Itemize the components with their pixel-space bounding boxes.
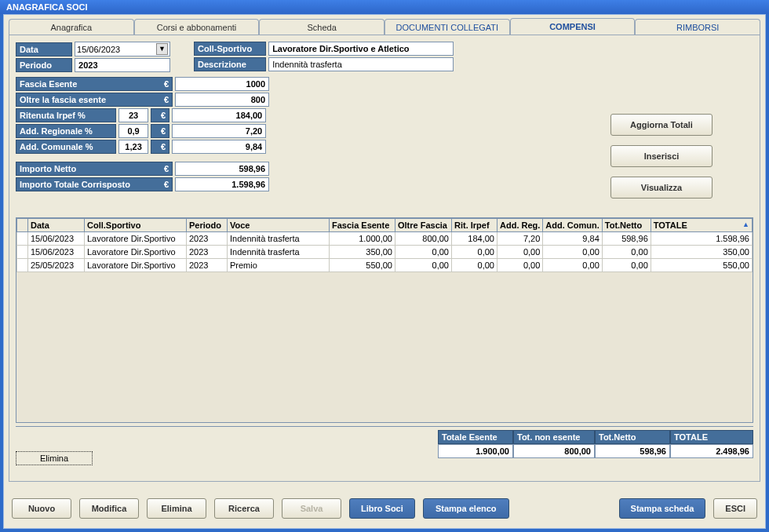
tab-corsi[interactable]: Corsi e abbonamenti — [134, 19, 260, 35]
tab-anagrafica[interactable]: Anagrafica — [9, 19, 134, 35]
th-totale: TOTALE — [670, 430, 753, 444]
tab-bar: Anagrafica Corsi e abbonamenti Scheda DO… — [4, 15, 765, 35]
data-dropdown[interactable]: 15/06/2023 ▼ — [75, 42, 170, 56]
fascia-esente-value[interactable]: 1000 — [175, 77, 269, 91]
addreg-value[interactable]: 7,20 — [172, 124, 266, 138]
chevron-down-icon[interactable]: ▼ — [156, 43, 168, 55]
label-oltre-fascia: Oltre la fascia esente€ — [16, 93, 173, 107]
th-esente: Totale Esente — [438, 430, 513, 444]
nuovo-button[interactable]: Nuovo — [12, 498, 71, 519]
label-addcom: Add. Comunale % — [16, 140, 116, 154]
label-euro-3: € — [151, 140, 169, 154]
label-addreg: Add. Regionale % — [16, 124, 116, 138]
salva-button: Salva — [282, 498, 341, 519]
esci-button[interactable]: ESCI — [713, 498, 757, 519]
window-title: ANAGRAFICA SOCI — [0, 0, 769, 14]
label-data: Data — [16, 42, 72, 56]
periodo-value[interactable]: 2023 — [75, 58, 170, 72]
col-addreg[interactable]: Add. Reg. — [497, 219, 543, 232]
ritenuta-value[interactable]: 184,00 — [172, 108, 266, 122]
col-periodo[interactable]: Periodo — [187, 219, 228, 232]
label-ritenuta: Ritenuta Irpef % — [16, 108, 116, 122]
tab-documenti[interactable]: DOCUMENTI COLLEGATI — [384, 19, 510, 35]
tv-totale: 2.498,96 — [670, 444, 753, 458]
totcorr-value: 1.598,96 — [175, 177, 269, 191]
stampa-scheda-button[interactable]: Stampa scheda — [619, 498, 706, 519]
data-value: 15/06/2023 — [77, 45, 120, 54]
label-periodo: Periodo — [16, 58, 72, 72]
label-descrizione: Descrizione — [194, 57, 266, 71]
sort-asc-icon: ▲ — [742, 220, 749, 228]
descrizione-value[interactable]: Indennità trasferta — [268, 57, 454, 71]
tab-scheda[interactable]: Scheda — [259, 19, 384, 35]
oltre-fascia-value[interactable]: 800 — [175, 93, 269, 107]
col-fascia[interactable]: Fascia Esente — [330, 219, 395, 232]
bottom-toolbar: Nuovo Modifica Elimina Ricerca Salva Lib… — [4, 489, 765, 528]
stampa-elenco-button[interactable]: Stampa elenco — [423, 498, 509, 519]
addcom-pct[interactable]: 1,23 — [118, 140, 148, 154]
elimina-button[interactable]: Elimina — [147, 498, 206, 519]
col-voce[interactable]: Voce — [228, 219, 330, 232]
table-row[interactable]: 25/05/2023Lavoratore Dir.Sportivo2023Pre… — [17, 259, 753, 272]
visualizza-button[interactable]: Visualizza — [610, 177, 713, 199]
addcom-value[interactable]: 9,84 — [172, 140, 266, 154]
col-totale[interactable]: TOTALE▲ — [651, 219, 752, 232]
label-netto: Importo Netto€ — [16, 162, 173, 176]
tv-netto: 598,96 — [595, 444, 670, 458]
table-row[interactable]: 15/06/2023Lavoratore Dir.Sportivo2023Ind… — [17, 246, 753, 259]
tab-compensi[interactable]: COMPENSI — [510, 18, 636, 35]
col-coll[interactable]: Coll.Sportivo — [85, 219, 187, 232]
col-netto[interactable]: Tot.Netto — [602, 219, 651, 232]
coll-sportivo-value[interactable]: Lavoratore Dir.Sportivo e Atletico — [268, 42, 454, 56]
compensi-grid[interactable]: Data Coll.Sportivo Periodo Voce Fascia E… — [16, 217, 753, 423]
col-rit[interactable]: Rit. Irpef — [452, 219, 497, 232]
label-totcorr: Importo Totale Corrisposto€ — [16, 177, 173, 191]
addreg-pct[interactable]: 0,9 — [118, 124, 148, 138]
netto-value: 598,96 — [175, 162, 269, 176]
label-coll-sportivo: Coll-Sportivo — [194, 42, 266, 56]
ricerca-button[interactable]: Ricerca — [214, 498, 274, 519]
label-fascia-esente: Fascia Esente€ — [16, 77, 173, 91]
col-data[interactable]: Data — [28, 219, 85, 232]
libro-soci-button[interactable]: Libro Soci — [349, 498, 415, 519]
elimina-row-button[interactable]: Elimina — [16, 451, 93, 465]
label-euro-2: € — [151, 124, 169, 138]
col-addcom[interactable]: Add. Comun. — [543, 219, 602, 232]
col-oltre[interactable]: Oltre Fascia — [395, 219, 452, 232]
th-oltre: Tot. non esente — [513, 430, 595, 444]
tab-rimborsi[interactable]: RIMBORSI — [635, 19, 760, 35]
tab-panel-compensi: Data 15/06/2023 ▼ Periodo 2023 Coll-Spor… — [9, 35, 760, 482]
modifica-button[interactable]: Modifica — [79, 498, 139, 519]
window-body: Anagrafica Corsi e abbonamenti Scheda DO… — [3, 14, 766, 529]
ritenuta-pct[interactable]: 23 — [118, 108, 148, 122]
tv-oltre: 800,00 — [513, 444, 595, 458]
aggiorna-totali-button[interactable]: Aggiorna Totali — [610, 114, 713, 136]
tv-esente: 1.900,00 — [438, 444, 513, 458]
totals-area: Totale EsenteTot. non esenteTot.NettoTOT… — [16, 426, 753, 430]
inserisci-button[interactable]: Inserisci — [610, 145, 713, 167]
label-euro-1: € — [151, 108, 169, 122]
th-netto: Tot.Netto — [595, 430, 670, 444]
table-row[interactable]: 15/06/2023Lavoratore Dir.Sportivo2023Ind… — [17, 232, 753, 246]
